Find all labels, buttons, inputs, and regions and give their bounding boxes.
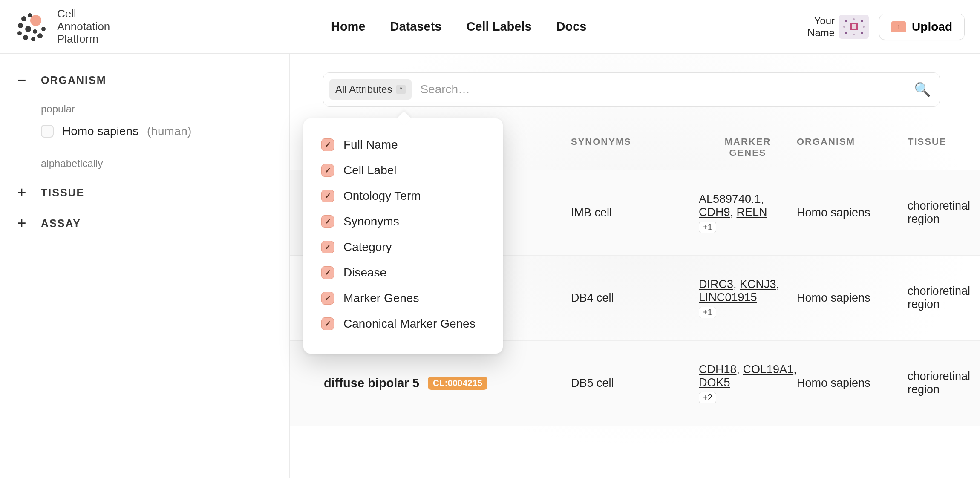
th-organism[interactable]: ORGANISM: [797, 136, 908, 159]
user-menu[interactable]: Your Name: [807, 15, 869, 39]
th-marker-genes[interactable]: MARKER GENES: [699, 136, 797, 159]
cell-organism: Homo sapiens: [797, 206, 908, 219]
gene-link[interactable]: RELN: [737, 206, 767, 219]
gene-link[interactable]: AL589740.1: [699, 193, 761, 205]
gene-link[interactable]: CDH18: [699, 363, 737, 376]
plus-icon: +: [14, 216, 30, 231]
search-icon[interactable]: 🔍: [914, 81, 931, 98]
checked-icon: ✓: [321, 190, 334, 202]
gene-link[interactable]: COL19A1: [743, 363, 794, 376]
th-tissue[interactable]: TISSUE: [908, 136, 980, 159]
checked-icon: ✓: [321, 317, 334, 330]
attribute-option-label: Category: [343, 240, 392, 254]
filter-organism-toggle[interactable]: − ORGANISM: [14, 72, 275, 88]
attribute-option[interactable]: ✓Full Name: [321, 132, 485, 158]
filter-organism-title: ORGANISM: [41, 74, 107, 86]
gene-link[interactable]: DOK5: [699, 376, 730, 389]
svg-point-4: [17, 31, 22, 35]
svg-point-2: [28, 13, 32, 17]
filter-subhead-alpha: alphabetically: [41, 158, 275, 170]
plus-icon: +: [14, 185, 30, 200]
main-content: All Attributes ⌃ 🔍 ✓Full Name✓Cell Label…: [290, 54, 980, 478]
gene-link[interactable]: KCNJ3: [740, 278, 776, 291]
attribute-option-label: Disease: [343, 266, 386, 279]
svg-point-7: [37, 33, 43, 38]
svg-point-9: [25, 26, 31, 32]
filter-tissue: + TISSUE: [14, 185, 275, 200]
attribute-selector[interactable]: All Attributes ⌃: [329, 79, 412, 100]
attribute-option-label: Marker Genes: [343, 291, 419, 305]
svg-point-16: [861, 32, 863, 34]
cell-organism: Homo sapiens: [797, 291, 908, 305]
top-nav: Home Datasets Cell Labels Docs: [331, 20, 587, 34]
checked-icon: ✓: [321, 266, 334, 279]
filter-assay: + ASSAY: [14, 216, 275, 231]
attribute-option-label: Ontology Term: [343, 189, 421, 203]
attribute-option[interactable]: ✓Ontology Term: [321, 183, 485, 209]
more-genes-badge[interactable]: +1: [699, 222, 716, 233]
cell-marker-genes: CDH18, COL19A1, DOK5 +2: [699, 363, 797, 403]
more-genes-badge[interactable]: +2: [699, 392, 716, 403]
svg-point-10: [33, 29, 37, 34]
filter-assay-title: ASSAY: [41, 217, 81, 230]
attribute-option[interactable]: ✓Marker Genes: [321, 285, 485, 311]
attribute-option-label: Full Name: [343, 138, 398, 152]
svg-point-15: [845, 32, 847, 34]
svg-point-6: [31, 37, 35, 41]
attribute-option[interactable]: ✓Disease: [321, 260, 485, 285]
gene-link[interactable]: CDH9: [699, 206, 730, 219]
nav-docs[interactable]: Docs: [556, 20, 587, 34]
cell-tissue: chorioretinal region: [908, 199, 980, 226]
gene-link[interactable]: LINC01915: [699, 291, 757, 304]
filter-organism: − ORGANISM popular Homo sapiens (human) …: [14, 72, 275, 170]
svg-point-18: [853, 34, 855, 35]
logo-icon: [15, 10, 49, 43]
nav-cell-labels[interactable]: Cell Labels: [466, 20, 531, 34]
checked-icon: ✓: [321, 164, 334, 177]
brand[interactable]: Cell Annotation Platform: [15, 8, 110, 46]
cell-organism: Homo sapiens: [797, 377, 908, 390]
header-right: Your Name Upload: [807, 14, 965, 40]
upload-button[interactable]: Upload: [879, 14, 965, 40]
cell-name-label: diffuse bipolar 5: [324, 376, 419, 390]
filter-sidebar: − ORGANISM popular Homo sapiens (human) …: [0, 54, 290, 478]
more-genes-badge[interactable]: +1: [699, 307, 716, 318]
filter-assay-toggle[interactable]: + ASSAY: [14, 216, 275, 231]
svg-point-5: [23, 35, 28, 40]
th-synonyms[interactable]: SYNONYMS: [571, 136, 699, 159]
cell-synonym: IMB cell: [571, 206, 699, 219]
avatar: [839, 15, 869, 39]
attribute-option-label: Synonyms: [343, 215, 399, 228]
svg-point-17: [853, 18, 855, 20]
checked-icon: ✓: [321, 215, 334, 228]
filter-subhead-popular: popular: [41, 103, 275, 115]
cell-marker-genes: AL589740.1, CDH9, RELN +1: [699, 193, 797, 233]
search-input[interactable]: [420, 83, 905, 96]
svg-point-14: [861, 20, 863, 22]
checked-icon: ✓: [321, 138, 334, 151]
checked-icon: ✓: [321, 292, 334, 305]
attribute-dropdown: ✓Full Name✓Cell Label✓Ontology Term✓Syno…: [303, 118, 503, 354]
attribute-option[interactable]: ✓Category: [321, 234, 485, 260]
attribute-option[interactable]: ✓Canonical Marker Genes: [321, 311, 485, 337]
brand-text: Cell Annotation Platform: [57, 8, 110, 46]
nav-home[interactable]: Home: [331, 20, 366, 34]
svg-point-13: [845, 20, 847, 22]
attribute-option[interactable]: ✓Cell Label: [321, 158, 485, 183]
checked-icon: ✓: [321, 241, 334, 253]
organism-option-homo-sapiens[interactable]: Homo sapiens (human): [41, 124, 275, 138]
svg-point-3: [18, 23, 23, 28]
filter-tissue-toggle[interactable]: + TISSUE: [14, 185, 275, 200]
svg-point-19: [843, 26, 845, 28]
attribute-option[interactable]: ✓Synonyms: [321, 209, 485, 234]
svg-point-8: [41, 27, 46, 31]
user-name: Your Name: [807, 15, 835, 38]
ontology-badge[interactable]: CL:0004215: [428, 377, 487, 390]
cell-synonym: DB4 cell: [571, 291, 699, 305]
option-label: Homo sapiens: [62, 124, 138, 138]
gene-link[interactable]: DIRC3: [699, 278, 733, 291]
upload-label: Upload: [912, 20, 952, 34]
nav-datasets[interactable]: Datasets: [390, 20, 442, 34]
cell-tissue: chorioretinal region: [908, 285, 980, 311]
cell-synonym: DB5 cell: [571, 377, 699, 390]
